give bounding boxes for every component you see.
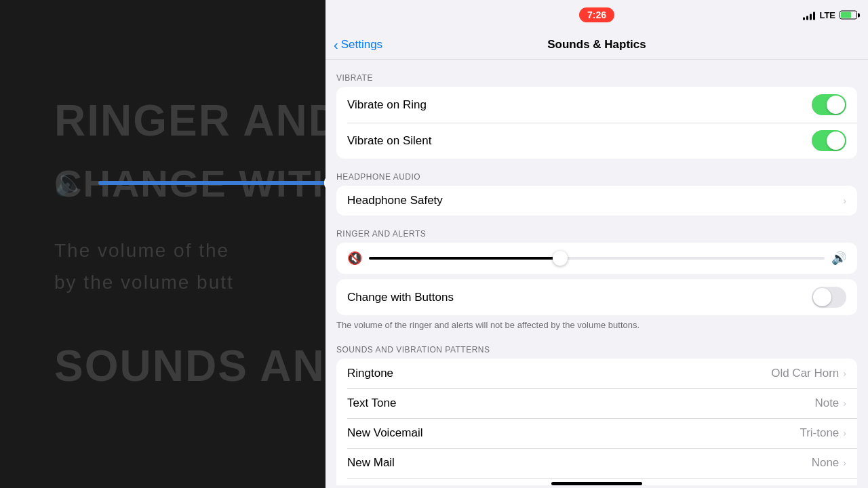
- nav-title: Sounds & Haptics: [547, 38, 646, 52]
- headphone-audio-section: HEADPHONE AUDIO Headphone Safety ›: [326, 172, 868, 216]
- ringer-alerts-header: RINGER AND ALERTS: [326, 229, 868, 243]
- signal-bar-1: [803, 17, 805, 20]
- signal-bar-3: [810, 14, 812, 20]
- new-mail-value: None: [812, 456, 840, 470]
- signal-bars: [803, 10, 815, 20]
- ringer-alerts-section: RINGER AND ALERTS 🔇 🔊 Change with Button…: [326, 229, 868, 331]
- new-mail-label: New Mail: [347, 456, 812, 470]
- change-buttons-group: Change with Buttons: [336, 279, 857, 315]
- status-bar: 7:26 LTE: [326, 0, 868, 30]
- new-mail-row[interactable]: New Mail None ›: [336, 448, 857, 478]
- bg-vol-low-icon: 🔈: [54, 169, 85, 197]
- sent-mail-row[interactable]: Sent Mail Swoosh ›: [336, 478, 857, 485]
- vibrate-on-ring-toggle[interactable]: [812, 94, 846, 115]
- headphone-safety-label: Headphone Safety: [347, 194, 843, 207]
- sounds-vibration-header: SOUNDS AND VIBRATION PATTERNS: [326, 345, 868, 359]
- vibrate-on-ring-thumb: [827, 96, 845, 114]
- signal-bar-2: [806, 16, 808, 20]
- headphone-safety-row[interactable]: Headphone Safety ›: [336, 186, 857, 216]
- change-with-buttons-toggle[interactable]: [812, 287, 846, 308]
- ringer-info-text: The volume of the ringer and alerts will…: [326, 315, 868, 331]
- signal-bar-4: [813, 12, 815, 20]
- text-tone-row[interactable]: Text Tone Note ›: [336, 388, 857, 418]
- ringtone-chevron-icon: ›: [843, 368, 846, 379]
- vibrate-on-silent-row[interactable]: Vibrate on Silent: [336, 123, 857, 159]
- new-voicemail-chevron-icon: ›: [843, 428, 846, 439]
- new-mail-chevron-icon: ›: [843, 458, 846, 468]
- ringtone-label: Ringtone: [347, 367, 771, 380]
- back-button[interactable]: ‹ Settings: [334, 38, 382, 52]
- nav-bar: ‹ Settings Sounds & Haptics: [326, 30, 868, 60]
- vibrate-on-silent-thumb: [827, 131, 845, 150]
- new-voicemail-label: New Voicemail: [347, 426, 800, 440]
- vibrate-on-silent-label: Vibrate on Silent: [347, 134, 812, 148]
- volume-slider-thumb[interactable]: [553, 251, 568, 266]
- battery-icon: [840, 11, 857, 20]
- vibrate-on-silent-toggle[interactable]: [812, 130, 846, 151]
- headphone-safety-chevron-icon: ›: [843, 195, 846, 206]
- vibrate-section: VIBRATE Vibrate on Ring Vibrate on Silen…: [326, 73, 868, 159]
- vol-low-icon: 🔇: [347, 251, 362, 266]
- settings-panel: 7:26 LTE ‹ Settings Sounds & Haptics VIB…: [326, 0, 868, 488]
- vibrate-section-header: VIBRATE: [326, 73, 868, 87]
- headphone-audio-group: Headphone Safety ›: [336, 186, 857, 216]
- vibrate-on-ring-row[interactable]: Vibrate on Ring: [336, 87, 857, 123]
- status-time: 7:26: [579, 7, 614, 22]
- slider-container: 🔇 🔊: [347, 251, 846, 266]
- change-with-buttons-label: Change with Buttons: [347, 291, 812, 304]
- text-tone-label: Text Tone: [347, 396, 814, 410]
- text-tone-chevron-icon: ›: [843, 398, 846, 409]
- vol-high-icon: 🔊: [831, 251, 846, 266]
- new-voicemail-row[interactable]: New Voicemail Tri-tone ›: [336, 418, 857, 448]
- battery-fill: [841, 12, 851, 18]
- headphone-audio-header: HEADPHONE AUDIO: [326, 172, 868, 186]
- sounds-vibration-group: Ringtone Old Car Horn › Text Tone Note ›…: [336, 359, 857, 485]
- back-label: Settings: [341, 38, 382, 52]
- status-right-icons: LTE: [803, 10, 857, 20]
- vibrate-group: Vibrate on Ring Vibrate on Silent: [336, 87, 857, 159]
- lte-badge: LTE: [819, 10, 835, 20]
- bottom-bar: [326, 485, 868, 488]
- change-with-buttons-thumb: [813, 288, 831, 306]
- new-voicemail-value: Tri-tone: [800, 426, 839, 440]
- content-scroll[interactable]: VIBRATE Vibrate on Ring Vibrate on Silen…: [326, 60, 868, 485]
- ringtone-value: Old Car Horn: [771, 367, 839, 380]
- volume-slider-track[interactable]: [369, 257, 825, 260]
- change-with-buttons-row[interactable]: Change with Buttons: [336, 279, 857, 315]
- volume-slider-row[interactable]: 🔇 🔊: [336, 243, 857, 274]
- text-tone-value: Note: [814, 396, 839, 410]
- volume-slider-fill: [369, 257, 560, 260]
- vibrate-on-ring-label: Vibrate on Ring: [347, 98, 812, 112]
- sounds-vibration-section: SOUNDS AND VIBRATION PATTERNS Ringtone O…: [326, 345, 868, 485]
- back-chevron-icon: ‹: [334, 38, 338, 52]
- ringtone-row[interactable]: Ringtone Old Car Horn ›: [336, 359, 857, 388]
